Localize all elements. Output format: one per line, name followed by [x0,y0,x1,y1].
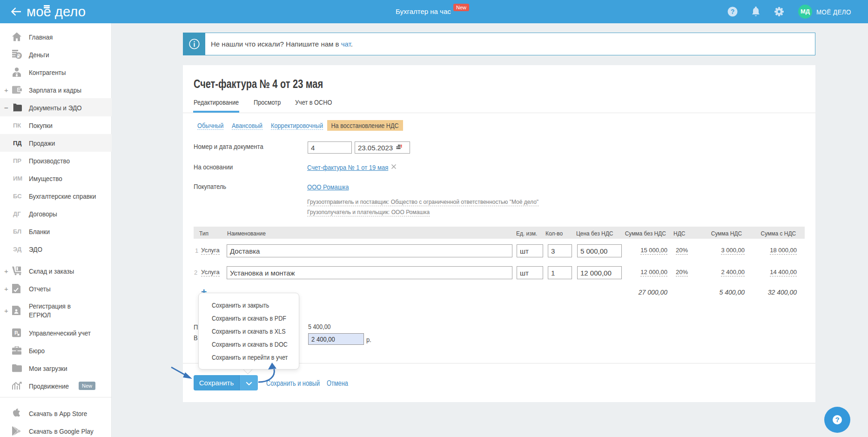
svg-text:₽: ₽ [17,53,20,59]
svg-text:Р: Р [14,330,18,336]
svg-text:?: ? [731,8,735,15]
